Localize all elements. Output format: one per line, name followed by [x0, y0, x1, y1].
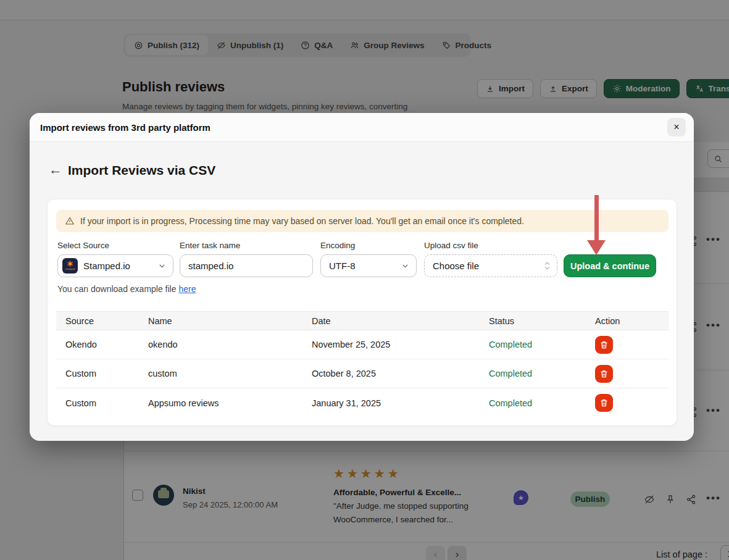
table-header-row: Source Name Date Status Action [56, 311, 669, 330]
annotation-arrow-line [594, 195, 599, 241]
source-select[interactable]: ✶ stamped Stamped.io [57, 254, 173, 277]
modal-title: Import reviews from 3rd party platform [40, 122, 210, 133]
chevron-down-icon [158, 262, 166, 270]
close-button[interactable]: × [667, 118, 686, 136]
annotation-arrow-head [587, 240, 606, 255]
status-badge: Completed [480, 340, 586, 349]
trash-icon [599, 340, 609, 349]
cell-date: January 31, 2025 [302, 398, 480, 408]
delete-button[interactable] [595, 365, 613, 383]
modal-header: Import reviews from 3rd party platform × [30, 113, 694, 142]
stamped-logo: ✶ stamped [62, 258, 78, 274]
warning-icon [65, 216, 75, 226]
select-source-label: Select Source [57, 241, 109, 250]
cell-source: Okendo [56, 340, 139, 349]
import-card: If your import is in progress, Processin… [47, 199, 677, 426]
col-action: Action [586, 316, 669, 326]
warning-banner: If your import is in progress, Processin… [56, 210, 669, 232]
upload-file-label: Upload csv file [424, 241, 478, 250]
file-input[interactable]: Choose file [424, 254, 557, 277]
import-history-table: Source Name Date Status Action Okendo ok… [56, 311, 669, 417]
chevron-down-icon [401, 262, 409, 270]
example-here-link[interactable]: here [178, 284, 196, 294]
cell-date: November 25, 2025 [302, 340, 480, 349]
encoding-value: UTF-8 [329, 261, 356, 271]
example-text: You can download example file [57, 284, 177, 294]
table-row: Custom custom October 8, 2025 Completed [56, 359, 669, 388]
task-name-value: stamped.io [188, 261, 233, 271]
back-arrow-icon[interactable]: ← [49, 162, 62, 178]
warning-text: If your import is in progress, Processin… [80, 216, 524, 226]
stamped-logo-star: ✶ [67, 261, 73, 267]
upload-continue-button[interactable]: Upload & continue [564, 254, 656, 277]
task-name-label: Enter task name [180, 241, 240, 250]
col-name: Name [139, 316, 302, 326]
col-source: Source [56, 316, 139, 326]
delete-button[interactable] [595, 394, 613, 412]
cell-name: Appsumo reviews [139, 398, 302, 408]
table-row: Okendo okendo November 25, 2025 Complete… [56, 330, 669, 359]
col-status: Status [480, 316, 586, 326]
task-name-input[interactable]: stamped.io [180, 254, 313, 277]
stepper-icon [544, 261, 551, 270]
trash-icon [599, 369, 609, 378]
source-select-value: Stamped.io [83, 261, 130, 271]
stamped-logo-text: stamped [65, 267, 75, 270]
cell-source: Custom [56, 398, 139, 408]
cell-name: okendo [139, 340, 302, 349]
delete-button[interactable] [595, 336, 613, 354]
modal-heading: Import Reviews via CSV [68, 163, 215, 178]
example-file-line: You can download example file here [57, 284, 196, 294]
trash-icon [599, 398, 609, 407]
cell-date: October 8, 2025 [302, 369, 480, 378]
encoding-select[interactable]: UTF-8 [320, 254, 417, 277]
status-badge: Completed [480, 369, 586, 378]
cell-name: custom [139, 369, 302, 378]
status-badge: Completed [480, 398, 586, 408]
app-root: Publish (312) Unpublish (1) Q&A Group Re… [0, 0, 729, 560]
file-input-value: Choose file [433, 261, 479, 271]
cell-source: Custom [56, 369, 139, 378]
encoding-label: Encoding [320, 241, 355, 250]
import-modal: Import reviews from 3rd party platform ×… [30, 113, 694, 441]
col-date: Date [302, 316, 480, 326]
table-row: Custom Appsumo reviews January 31, 2025 … [56, 388, 669, 417]
